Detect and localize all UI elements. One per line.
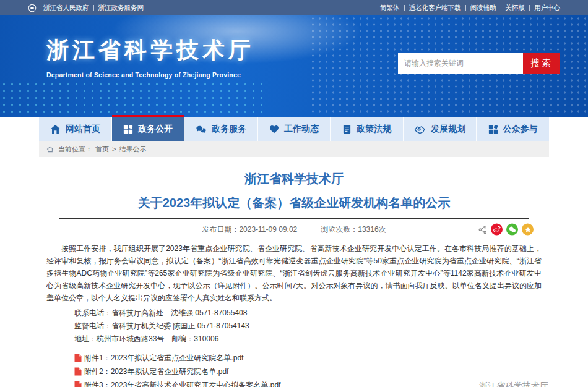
seal-icon — [123, 124, 133, 134]
nav-item-development-planning[interactable]: 发展规划 — [404, 117, 477, 141]
attachment-row: 附件1：2023年拟认定省重点企业研究院名单.pdf — [74, 351, 549, 365]
chat-bubbles-icon — [196, 125, 207, 134]
banner-dots-left — [0, 81, 266, 115]
nav-item-label: 政务公开 — [138, 124, 173, 135]
banner: 浙江省科学技术厅 Department of Science and Techn… — [0, 15, 588, 117]
attachment-row: 附件3：2023年省高新技术企业研究开发中心拟备案名单.pdf — [74, 378, 549, 387]
divider — [465, 5, 466, 11]
pdf-icon — [74, 381, 82, 387]
article: 浙江省科学技术厅 关于2023年拟认定（备案）省级企业研发机构名单的公示 发布日… — [39, 171, 549, 387]
nav-item-public-participation[interactable]: 公众参与 — [477, 117, 549, 141]
attachment-link-2[interactable]: 附件2：2023年拟认定省企业研究院名单.pdf — [84, 367, 228, 377]
topbar-link-provincial-gov[interactable]: 浙江省人民政府 — [43, 4, 89, 12]
site-subtitle: Department of Science and Technology of … — [46, 71, 254, 79]
article-title: 关于2023年拟认定（备案）省级企业研发机构名单的公示 — [39, 195, 549, 211]
home-small-icon — [46, 146, 54, 153]
attachment-link-3[interactable]: 附件3：2023年省高新技术企业研究开发中心拟备案名单.pdf — [84, 380, 280, 387]
site-brand: 浙江省科学技术厅 Department of Science and Techn… — [46, 35, 254, 79]
topbar-link-simplified-traditional[interactable]: 简繁体 — [380, 4, 400, 12]
topbar-link-service-portal[interactable]: 浙江政务服务网 — [98, 4, 144, 12]
attachment-link-1[interactable]: 附件1：2023年拟认定省重点企业研究院名单.pdf — [84, 353, 243, 364]
nav-item-policies[interactable]: 政策法规 — [331, 117, 404, 141]
heart-icon — [269, 125, 279, 134]
breadcrumb: 当前位置： 首页 > 结果公示 — [39, 141, 549, 157]
topbar-right: 简繁体 适老化客户端下载 阅读辅助 关怀版 用户中心 — [380, 4, 560, 12]
qzone-share-icon[interactable] — [522, 224, 534, 236]
nav-item-gov-disclosure[interactable]: 政务公开 — [112, 117, 185, 141]
topbar-link-care-version[interactable]: 关怀版 — [506, 4, 525, 12]
article-org-title: 浙江省科学技术厅 — [39, 171, 549, 187]
document-icon — [342, 124, 352, 134]
search-button[interactable]: 搜索 — [523, 53, 560, 74]
topbar-link-reading-aid[interactable]: 阅读辅助 — [470, 4, 496, 12]
wechat-share-icon[interactable] — [506, 224, 518, 236]
share-icon[interactable] — [478, 225, 487, 234]
breadcrumb-prefix: 当前位置： — [58, 145, 92, 154]
article-paragraph: 按照工作安排，我厅组织开展了2023年省重点企业研究院、省企业研究院、省高新技术… — [46, 242, 542, 304]
nav-item-label: 政策法规 — [357, 124, 391, 135]
nav-item-label: 政务服务 — [212, 124, 246, 135]
topbar-left: 浙江省人民政府 浙江政务服务网 — [28, 4, 144, 12]
nav-item-label: 公众参与 — [503, 124, 538, 135]
supervision-phone-line: 监督电话：省科技厅机关纪委 陈国正 0571-87054143 — [74, 320, 549, 333]
divider — [93, 5, 94, 11]
nav-item-home[interactable]: 网站首页 — [39, 117, 112, 141]
gov-emblem-icon — [28, 4, 37, 12]
divider — [501, 5, 501, 11]
site-title: 浙江省科学技术厅 — [46, 35, 254, 66]
nav-item-work-news[interactable]: 工作动态 — [258, 117, 331, 141]
nav-item-label: 工作动态 — [284, 124, 319, 135]
publish-date-value: 2023-11-09 09:02 — [239, 225, 297, 234]
main-nav: 网站首页 政务公开 政务服务 工作动态 政策法规 发展规划 公众参与 — [39, 117, 549, 141]
search-bar: 搜索 — [398, 53, 560, 74]
views-label: 浏览次数： — [321, 224, 358, 235]
share-toolbar — [478, 224, 534, 236]
topbar-link-user-center[interactable]: 用户中心 — [534, 4, 560, 12]
pdf-icon — [74, 367, 82, 376]
nav-item-label: 发展规划 — [431, 124, 465, 135]
views-value: 13316次 — [358, 224, 386, 235]
handshake-icon — [414, 125, 426, 134]
nav-item-gov-services[interactable]: 政务服务 — [185, 117, 258, 141]
footer-agency: 浙江省科学技术厅 — [479, 381, 548, 387]
attachment-list: 附件1：2023年拟认定省重点企业研究院名单.pdf 附件2：2023年拟认定省… — [74, 351, 549, 387]
seal-icon — [488, 124, 498, 134]
address-line: 地址：杭州市环城西路33号 邮编：310006 — [74, 333, 549, 346]
topbar: 浙江省人民政府 浙江政务服务网 简繁体 适老化客户端下载 阅读辅助 关怀版 用户… — [0, 0, 588, 15]
contact-phone-line: 联系电话：省科技厅高新处 沈维强 0571-87055408 — [74, 307, 549, 320]
breadcrumb-current[interactable]: 结果公示 — [119, 145, 146, 154]
weibo-share-icon[interactable] — [491, 224, 503, 236]
contact-info: 联系电话：省科技厅高新处 沈维强 0571-87055408 监督电话：省科技厅… — [74, 307, 549, 346]
divider — [404, 5, 405, 11]
search-input[interactable] — [398, 53, 523, 74]
topbar-link-elderly-client[interactable]: 适老化客户端下载 — [409, 4, 461, 12]
page: { "topbar": { "left_links": [ { "label":… — [0, 0, 588, 387]
nav-item-label: 网站首页 — [66, 124, 100, 135]
article-meta: 发布日期： 2023-11-09 09:02 浏览次数： 13316次 — [39, 219, 549, 240]
publish-date-label: 发布日期： — [202, 224, 239, 235]
attachment-row: 附件2：2023年拟认定省企业研究院名单.pdf — [74, 365, 549, 378]
home-icon — [50, 124, 61, 134]
pdf-icon — [74, 354, 82, 362]
breadcrumb-home-link[interactable]: 首页 — [95, 145, 109, 154]
breadcrumb-separator: > — [112, 145, 116, 153]
divider — [529, 5, 530, 11]
